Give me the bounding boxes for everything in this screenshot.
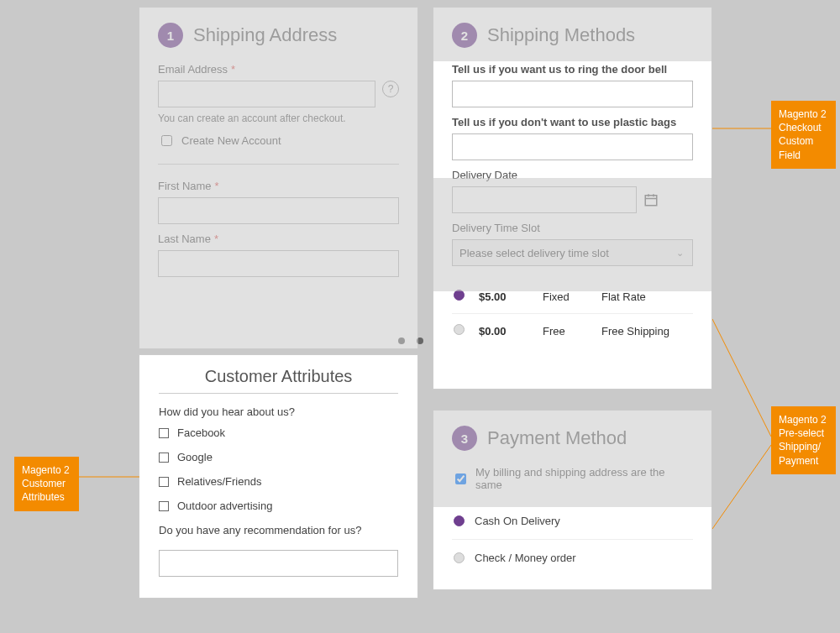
step-number-badge: 3	[452, 426, 477, 451]
shipping-option-free[interactable]: $0.00 Free Free Shipping	[452, 314, 693, 348]
shipping-name: Free	[543, 325, 601, 337]
chevron-down-icon: ⌄	[676, 248, 684, 259]
payment-option-cash[interactable]: Cash On Delivery	[452, 503, 693, 539]
section-header: 3 Payment Method	[452, 426, 693, 451]
option-label: Outdoor advertising	[177, 500, 272, 512]
shipping-address-panel: 1 Shipping Address Email Address* ? You …	[139, 7, 418, 349]
create-account-label: Create New Account	[181, 134, 281, 147]
payment-label: Check / Money order	[475, 552, 576, 564]
checkbox-relatives[interactable]	[159, 477, 169, 487]
radio-selected-icon	[454, 290, 465, 301]
first-name-field[interactable]	[158, 197, 399, 224]
custom-field-1-label: Tell us if you want us to ring the door …	[452, 63, 693, 76]
customer-attributes-panel: Customer Attributes How did you hear abo…	[139, 354, 418, 599]
first-name-label: First Name*	[158, 180, 399, 192]
last-name-label: Last Name*	[158, 233, 399, 245]
recommendation-field[interactable]	[159, 550, 398, 577]
last-name-field[interactable]	[158, 250, 399, 277]
billing-same-label: My billing and shipping address are the …	[475, 466, 693, 491]
custom-field-2-input[interactable]	[452, 133, 693, 160]
email-field[interactable]	[158, 81, 375, 107]
shipping-price: $0.00	[479, 325, 543, 337]
checkbox-google[interactable]	[159, 453, 169, 463]
shipping-price: $5.00	[479, 290, 543, 303]
delivery-date-label: Delivery Date	[452, 169, 693, 181]
section-title: Shipping Methods	[487, 24, 635, 46]
delivery-date-field[interactable]	[452, 186, 637, 213]
shipping-methods-panel: 2 Shipping Methods Tell us if you want u…	[433, 7, 712, 390]
callout-customer-attributes: Magento 2 Customer Attributes	[14, 457, 79, 511]
option-label: Facebook	[177, 426, 225, 439]
step-number-badge: 2	[452, 23, 477, 48]
checkbox-outdoor[interactable]	[159, 501, 169, 511]
radio-selected-icon	[454, 515, 465, 526]
svg-line-7	[712, 445, 771, 529]
section-header: 1 Shipping Address	[158, 23, 399, 48]
callout-preselect: Magento 2 Pre-select Shipping/ Payment	[771, 406, 836, 474]
option-label: Relatives/Friends	[177, 475, 261, 488]
customer-attributes-title: Customer Attributes	[159, 367, 398, 386]
checkbox-facebook[interactable]	[159, 428, 169, 438]
shipping-carrier: Flat Rate	[601, 290, 691, 303]
help-icon[interactable]: ?	[382, 81, 399, 97]
payment-method-panel: 3 Payment Method My billing and shipping…	[433, 410, 712, 590]
custom-field-1-input[interactable]	[452, 81, 693, 107]
radio-unselected-icon	[454, 324, 465, 335]
svg-line-6	[712, 319, 771, 437]
payment-label: Cash On Delivery	[475, 515, 560, 527]
delivery-slot-select[interactable]: Please select delivery time slot ⌄	[452, 239, 693, 266]
section-title: Shipping Address	[193, 24, 337, 46]
section-header: 2 Shipping Methods	[452, 23, 693, 48]
radio-unselected-icon	[454, 552, 465, 563]
recommendation-label: Do you have any recommendation for us?	[159, 524, 398, 536]
payment-option-check[interactable]: Check / Money order	[452, 540, 693, 576]
svg-rect-0	[645, 196, 657, 206]
email-hint: You can create an account after checkout…	[158, 112, 399, 124]
custom-field-2-label: Tell us if you don't want to use plastic…	[452, 116, 693, 128]
callout-checkout-custom-field: Magento 2 Checkout Custom Field	[771, 101, 836, 169]
step-number-badge: 1	[158, 23, 183, 48]
calendar-icon[interactable]	[643, 192, 659, 207]
section-title: Payment Method	[487, 427, 627, 449]
option-label: Google	[177, 451, 213, 463]
shipping-name: Fixed	[543, 290, 601, 303]
create-account-checkbox[interactable]	[161, 135, 172, 146]
hear-about-question: How did you hear about us?	[159, 405, 398, 418]
shipping-carrier: Free Shipping	[601, 325, 691, 337]
billing-same-checkbox[interactable]	[455, 473, 466, 484]
delivery-slot-label: Delivery Time Slot	[452, 222, 693, 234]
email-label: Email Address*	[158, 63, 399, 76]
shipping-option-flat-rate[interactable]: $5.00 Fixed Flat Rate	[452, 280, 693, 313]
